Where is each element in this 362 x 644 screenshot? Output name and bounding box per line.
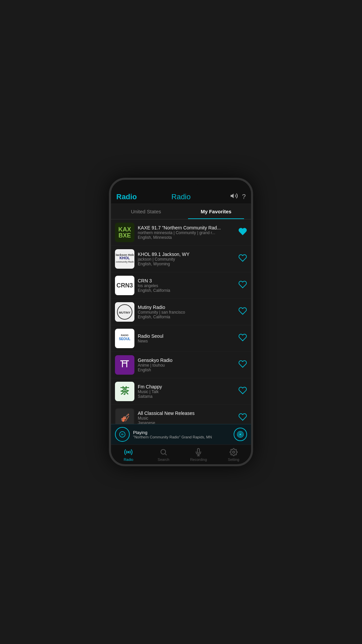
header-title-center: Radio [171,193,190,201]
setting-nav-icon [230,448,238,456]
app-header: Radio Radio ? [111,189,251,204]
svg-text:茶: 茶 [120,386,129,396]
station-logo: ⛩ [115,355,134,375]
station-name: CRN 3 [138,278,235,283]
station-name: Mutiny Radio [138,305,235,310]
station-name: KHOL 89.1 Jackson, WY [138,252,235,257]
svg-point-26 [161,449,166,454]
station-logo: RADIO SEOUL [115,329,134,348]
favorite-button[interactable] [238,360,247,370]
station-info: Mutiny Radio Community | san francisco E… [138,305,235,319]
svg-marker-0 [231,194,234,198]
play-pause-button[interactable] [115,427,130,442]
list-item[interactable]: MUTINY Mutiny Radio Community | san fran… [111,299,251,325]
favorite-button[interactable] [238,227,247,238]
svg-text:CRN3: CRN3 [116,282,133,289]
favorite-button[interactable] [238,254,247,264]
station-logo: MUTINY [115,302,134,322]
now-playing-status: Playing [133,430,230,435]
station-logo: CRN3 [115,276,134,295]
list-item[interactable]: RADIO SEOUL Radio Seoul News [111,325,251,352]
favorite-button[interactable] [238,333,247,344]
tab-bar: United States My Favorites [111,204,251,219]
phone-inner: Radio Radio ? United States My Favorites [111,180,251,464]
list-item[interactable]: Jackson Hole KHOL Community Radio KHOL 8… [111,246,251,272]
station-tags: jackson | Community [138,257,235,262]
station-info: Gensokyo Radio Anime | touhou English [138,358,235,372]
favorite-button[interactable] [238,280,247,291]
svg-text:MUTINY: MUTINY [119,311,131,314]
header-title-left: Radio [116,193,137,201]
nav-item-setting[interactable]: Setting [216,445,251,464]
nav-item-recording[interactable]: Recording [181,445,216,464]
radio-list[interactable]: KAXBXE KAXE 91.7 "Northern Community Rad… [111,219,251,424]
now-playing-name: "Northern Community Radio" Grand Rapids,… [133,435,230,439]
header-icons: ? [230,192,246,202]
station-logo: 🎻 [115,408,134,424]
svg-text:KHOL: KHOL [119,256,130,260]
station-location: English, California [138,288,235,293]
station-info: Radio Seoul News [138,333,235,343]
station-location: English, California [138,315,235,319]
list-item[interactable]: KAXBXE KAXE 91.7 "Northern Community Rad… [111,219,251,246]
svg-point-25 [128,451,129,453]
station-logo: Jackson Hole KHOL Community Radio [115,249,134,269]
recording-nav-icon [194,448,202,456]
nav-item-radio[interactable]: Radio [111,445,146,464]
search-nav-icon [160,448,168,456]
list-item[interactable]: 🎻 All Classical New Releases Music Japan… [111,405,251,424]
list-item[interactable]: CRN3 CRN 3 los angeles English, Californ… [111,272,251,299]
station-location: English, Wyoming [138,262,235,266]
station-location: Saitama [138,394,235,399]
station-location: English [138,368,235,372]
svg-line-27 [165,454,166,455]
svg-text:RADIO: RADIO [121,334,129,336]
station-info: KHOL 89.1 Jackson, WY jackson | Communit… [138,252,235,266]
station-info: KAXE 91.7 "Northern Community Rad... nor… [138,225,235,240]
station-location: Japanese [138,421,235,424]
svg-point-30 [233,451,235,453]
favorite-button[interactable] [238,413,247,423]
station-info: CRN 3 los angeles English, California [138,278,235,293]
favorite-button[interactable] [238,307,247,317]
svg-text:SEOUL: SEOUL [119,337,130,341]
svg-text:Community Radio: Community Radio [116,261,134,263]
station-info: Fm Chappy Music | Talk Saitama [138,384,235,399]
station-name: Gensokyo Radio [138,358,235,363]
nav-label-search: Search [158,458,169,462]
list-item[interactable]: 茶 Fm Chappy Music | Talk Saitama [111,378,251,405]
svg-text:⛩: ⛩ [120,359,129,369]
station-tags: Music | Talk [138,389,235,394]
tab-my-favorites[interactable]: My Favorites [181,204,251,219]
station-name: KAXE 91.7 "Northern Community Rad... [138,225,235,230]
now-playing-info: Playing "Northern Community Radio" Grand… [133,430,230,439]
station-name: Radio Seoul [138,333,235,339]
nav-label-setting: Setting [228,458,239,462]
phone-frame: Radio Radio ? United States My Favorites [109,178,253,466]
help-icon[interactable]: ? [242,193,246,201]
notch [164,182,198,187]
station-logo: KAXBXE [115,223,134,242]
station-logo: 茶 [115,382,134,401]
tab-united-states[interactable]: United States [111,204,181,219]
station-tags: Anime | touhou [138,363,235,368]
station-info: All Classical New Releases Music Japanes… [138,411,235,424]
list-item[interactable]: ⛩ Gensokyo Radio Anime | touhou English [111,352,251,378]
nav-label-recording: Recording [190,458,207,462]
station-tags: Community | san francisco [138,310,235,315]
station-name: All Classical New Releases [138,411,235,416]
favorite-button[interactable] [238,386,247,397]
now-playing-bar[interactable]: Playing "Northern Community Radio" Grand… [111,424,251,444]
svg-text:🎻: 🎻 [120,413,130,422]
station-name: Fm Chappy [138,384,235,389]
bottom-nav: Radio Search Recording [111,444,251,464]
station-location: English, Minnesota [138,235,235,240]
svg-point-22 [240,434,241,435]
radio-nav-icon [124,448,132,456]
signal-button[interactable] [234,428,247,441]
station-tags: los angeles [138,283,235,288]
nav-label-radio: Radio [124,458,133,462]
nav-item-search[interactable]: Search [146,445,181,464]
station-tags: Music [138,416,235,421]
volume-icon[interactable] [230,192,238,202]
